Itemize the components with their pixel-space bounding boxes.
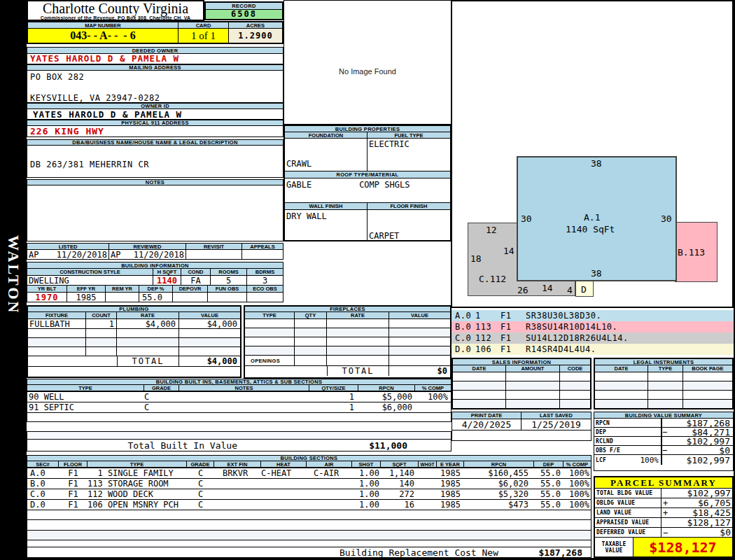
plumbing-empty-row bbox=[28, 329, 240, 338]
builtins-empty-row bbox=[27, 413, 451, 422]
plumbing-h-value: VALUE bbox=[179, 312, 240, 319]
fireplaces-h-value: VALUE bbox=[389, 312, 450, 319]
parcel-sign: − bbox=[662, 528, 671, 537]
listed-date: 11/20/2018 bbox=[57, 250, 108, 259]
builtins-notes bbox=[179, 402, 309, 412]
record-box: RECORD 6508 bbox=[204, 1, 284, 20]
plumbing-title: PLUMBING bbox=[28, 307, 240, 312]
parcel-row: APPRAISED VALUE $128,127 bbox=[595, 518, 732, 528]
parcel-row: LAND VALUE + $18,425 bbox=[595, 508, 732, 518]
fireplaces-title: FIREPLACES bbox=[245, 307, 450, 312]
legal-empty-row bbox=[595, 382, 732, 391]
property-record-card: WALTON Charlotte County Virginia Commiss… bbox=[0, 0, 735, 560]
parcel-value: $0 bbox=[671, 528, 732, 537]
bs-sqft: 272 bbox=[381, 489, 419, 499]
plumbing-total-value: $4,000 bbox=[179, 356, 240, 366]
parcel-value: $128,127 bbox=[671, 518, 732, 527]
vector-code: 113 bbox=[475, 322, 500, 332]
legal-empty-row bbox=[595, 400, 732, 408]
fireplaces-total-row: TOTAL $0 bbox=[245, 366, 450, 376]
appeals-value bbox=[242, 250, 283, 259]
sales-empty-row bbox=[453, 372, 590, 382]
acres-value: 1.2900 bbox=[229, 29, 282, 43]
bs-h-eyear: E YEAR bbox=[437, 461, 464, 468]
bs-type: 113 STORAGE ROOM bbox=[88, 479, 187, 489]
bs-heat bbox=[261, 489, 307, 499]
dba-value: DB 263/381 MEHERRIN CR bbox=[27, 146, 283, 169]
legal-h-type: TYPE bbox=[648, 365, 683, 372]
building-section-row: D.0 F1 106 OPEN MSNRY PCH C 1.00 16 1985… bbox=[27, 500, 592, 510]
building-section-row: A.0 F1 1 SINGLE FAMILY C BRKVR C-HEAT C-… bbox=[27, 468, 592, 479]
card-value: 1 of 1 bbox=[178, 29, 229, 43]
reviewed-label: REVIEWED bbox=[109, 244, 186, 250]
builtins-type: 90 WELL bbox=[27, 392, 144, 402]
builtins-h-grade: GRADE bbox=[144, 385, 179, 391]
builtins-total-row: Total Built In Value $11,000 bbox=[27, 440, 451, 451]
physical-address-label: PHYSICAL 911 ADDRESS bbox=[27, 120, 284, 126]
summary-value: $102,997 bbox=[669, 437, 732, 445]
taxable-value: $128,127 bbox=[634, 538, 732, 556]
bs-empty-row bbox=[27, 520, 592, 531]
bs-extfin bbox=[214, 500, 261, 510]
construction-style-label: CONSTRUCTION STYLE bbox=[27, 269, 153, 276]
summary-sign bbox=[662, 437, 669, 445]
sales-info-title: SALES INFORMATION bbox=[453, 359, 590, 365]
map-card-acres: MAP NUMBER CARD ACRES 043- - A- - - 6 1 … bbox=[27, 21, 284, 44]
building-section-row: C.0 F1 112 WOOD DECK C 1.00 272 1985 $5,… bbox=[27, 489, 592, 500]
yrblt-label: YR BLT bbox=[27, 286, 67, 293]
builtins-row: 91 SEPTIC C 1 $6,000 bbox=[27, 402, 451, 413]
builtins-h-rpcn: RPCN bbox=[358, 385, 415, 391]
bs-shgt: 1.00 bbox=[352, 468, 381, 478]
sales-empty-row bbox=[453, 382, 590, 391]
no-image-placeholder: No Image Found bbox=[339, 67, 396, 76]
summary-sign bbox=[662, 419, 669, 427]
built-ins-table: BUILDING BUILT INS, BASEMENTS, ATTICS & … bbox=[27, 379, 451, 451]
bs-h-type: TYPE bbox=[88, 461, 187, 468]
bs-empty-row bbox=[27, 510, 592, 520]
bs-eyear: 1985 bbox=[437, 479, 464, 489]
sales-h-date: DATE bbox=[453, 365, 506, 372]
bs-dep: 55.0 bbox=[534, 468, 564, 478]
dba-label: DBA/BUISNESS NAME/HOUSE NAME & LEGAL DES… bbox=[27, 139, 284, 146]
legal-h-bookpage: BOOK PAGE bbox=[683, 365, 732, 372]
ecoobs-value bbox=[247, 293, 283, 302]
plumbing-h-count: COUNT bbox=[86, 312, 117, 319]
owner-id-value: YATES HAROLD D & PAMELA W bbox=[27, 109, 284, 120]
summary-row-dep: DEP − $84,271 bbox=[594, 428, 733, 437]
summary-row-obs: OBS F/E − $0 bbox=[594, 446, 733, 455]
bs-heat: C-HEAT bbox=[261, 468, 307, 478]
legal-instruments-table: LEGAL INSTRUMENTS DATE TYPE BOOK PAGE bbox=[594, 358, 734, 410]
parcel-summary: PARCEL SUMMARY TOTAL BLDG VALUE $102,997… bbox=[594, 476, 734, 558]
print-date-value: 4/20/2025 bbox=[452, 419, 522, 430]
builtins-type: 91 SEPTIC bbox=[27, 402, 144, 412]
builtins-h-type: TYPE bbox=[27, 385, 144, 391]
builtins-row: 90 WELL C 1 $5,000 100% bbox=[27, 392, 451, 402]
listed-label: LISTED bbox=[27, 244, 109, 250]
bs-comp: 100% bbox=[564, 468, 591, 478]
sales-empty-row bbox=[453, 400, 590, 408]
building-properties-table: BUILDING PROPERTIES FOUNDATION FUEL TYPE… bbox=[284, 125, 451, 241]
vector-code: 112 bbox=[475, 333, 500, 343]
dim-c-mid: 14 bbox=[503, 246, 514, 256]
sketch-panel: 38 30 30 38 A.1 1140 SqFt B.113 12 18 14… bbox=[451, 0, 734, 308]
bs-comp: 100% bbox=[564, 479, 591, 489]
dim-c-b2: 14 bbox=[542, 283, 553, 293]
dim-a-bottom: 38 bbox=[591, 268, 602, 279]
dba-box: DB 263/381 MEHERRIN CR bbox=[27, 146, 284, 178]
bs-dep: 55.0 bbox=[534, 489, 564, 499]
rooms-value: 5 bbox=[211, 276, 247, 285]
bdrms-label: BDRMS bbox=[247, 269, 283, 276]
bs-h-whgt: WHGT bbox=[419, 461, 437, 468]
bs-empty-row bbox=[27, 531, 592, 540]
vector-floor: F1 bbox=[500, 322, 526, 332]
fireplaces-openings-label: OPENINGS bbox=[245, 356, 295, 365]
plumbing-fixture: FULLBATH bbox=[28, 319, 86, 328]
sketch-a-sqft: 1140 SqFt bbox=[566, 224, 615, 234]
plumbing-row: FULLBATH 1 $4,000 $4,000 bbox=[28, 319, 240, 329]
plumbing-empty-row bbox=[28, 338, 240, 347]
map-number-label: MAP NUMBER bbox=[28, 22, 178, 29]
sidebar: WALTON bbox=[0, 0, 27, 560]
bs-whgt bbox=[419, 489, 437, 499]
summary-label: RCLND bbox=[594, 437, 662, 445]
hsqft-value: 1140 bbox=[153, 276, 181, 285]
